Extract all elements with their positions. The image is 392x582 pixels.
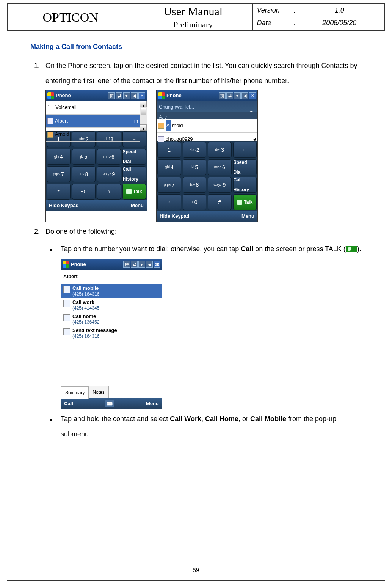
key-4[interactable]: ghi4 xyxy=(157,159,181,175)
contact-card-icon xyxy=(47,118,53,124)
key-speed-dial[interactable]: Speed Dial xyxy=(233,159,257,175)
key-6[interactable]: mno6 xyxy=(208,159,232,175)
softkey-menu[interactable]: Menu xyxy=(241,211,254,222)
wm-titlebar: Phone 拼 ⇄ ▾ ◀ ✕ xyxy=(46,90,147,101)
key-hash[interactable]: # xyxy=(97,184,121,200)
detail-send-text[interactable]: Send text message (425) 164316 xyxy=(61,326,162,340)
signal-icon: ▾ xyxy=(234,92,241,99)
contact-type: e xyxy=(253,134,256,144)
contact-card-icon xyxy=(158,136,164,142)
key-7[interactable]: pqrs7 xyxy=(157,177,181,193)
key-talk[interactable]: Talk xyxy=(122,184,146,200)
scroll-thumb[interactable] xyxy=(141,108,146,115)
key-0[interactable]: +0 xyxy=(72,184,96,200)
signal-icon: ▾ xyxy=(123,92,130,99)
match-prefix: A xyxy=(166,120,171,131)
key-call-history[interactable]: Call History xyxy=(233,177,257,193)
voicemail-speeddial: 1 xyxy=(47,102,50,113)
section-title: Making a Call from Contacts xyxy=(30,43,362,51)
contact-row-albert[interactable]: Albert m xyxy=(46,115,140,128)
key-6[interactable]: mno6 xyxy=(97,149,121,165)
detail-call-work[interactable]: Call work (425) 414345 xyxy=(61,298,162,312)
detail-call-home[interactable]: Call home (425) 136452 xyxy=(61,312,162,326)
tab-summary[interactable]: Summary xyxy=(61,386,89,399)
app-title: Phone xyxy=(166,90,182,101)
detail-number: (425) 136452 xyxy=(72,319,99,325)
key-talk[interactable]: Talk xyxy=(233,194,257,210)
sip-icon[interactable]: 拼 xyxy=(219,92,226,99)
voicemail-label: Voicemail xyxy=(55,102,77,113)
contact-name-rest: rnold xyxy=(172,120,183,131)
key-4[interactable]: ghi4 xyxy=(47,149,71,165)
ok-button[interactable]: ok xyxy=(154,261,160,268)
bullet-1-text-b: on the screen or press TALK ( xyxy=(253,245,345,253)
contact-list: 1 Voicemail Albert m xyxy=(46,101,140,131)
version-label: Version xyxy=(257,6,291,14)
dial-keypad: 1 abc2 def3 ← ghi4 jkl5 mno6 Speed Dial … xyxy=(157,141,257,211)
key-star[interactable]: * xyxy=(157,194,181,210)
key-call-history[interactable]: Call History xyxy=(122,166,146,182)
sip-toggle-icon[interactable]: ⌨ xyxy=(105,400,114,407)
bullet-tap-hold: Tap and hold the contact and select Call… xyxy=(45,412,362,442)
phone-icon xyxy=(126,189,132,194)
contact-row-chougg[interactable]: chougg0929 e xyxy=(157,133,257,146)
close-icon[interactable]: ✕ xyxy=(249,92,256,99)
detail-label: Call home xyxy=(72,313,99,319)
colon: : xyxy=(291,6,298,14)
key-9[interactable]: wxyz9 xyxy=(97,166,121,182)
volume-icon[interactable]: ◀ xyxy=(241,92,248,99)
softkey-hide-keypad[interactable]: Hide Keypad xyxy=(160,211,190,222)
key-5[interactable]: jkl5 xyxy=(72,149,96,165)
sync-icon[interactable]: ⇄ xyxy=(226,92,233,99)
sip-icon[interactable]: 拼 xyxy=(123,261,130,268)
key-hash[interactable]: # xyxy=(208,194,232,210)
softkey-call[interactable]: Call xyxy=(64,398,73,409)
key-8[interactable]: tuv8 xyxy=(183,177,207,193)
start-icon[interactable] xyxy=(47,92,54,99)
brand: OPTICON xyxy=(8,4,133,30)
step-2: Do one of the following: Tap on the numb… xyxy=(42,224,362,442)
contact-row-arnold[interactable]: Arnold xyxy=(46,128,140,142)
voicemail-row[interactable]: 1 Voicemail xyxy=(46,101,140,115)
detail-label: Send text message xyxy=(72,327,117,333)
volume-icon[interactable]: ◀ xyxy=(131,92,138,99)
wm-titlebar: Phone 拼 ⇄ ▾ ◀ ✕ xyxy=(157,90,257,101)
scroll-down-icon[interactable]: ▾ xyxy=(140,124,147,131)
phone-icon xyxy=(237,200,242,205)
key-speed-dial[interactable]: Speed Dial xyxy=(122,149,146,165)
scroll-up-icon[interactable]: ▴ xyxy=(140,101,147,107)
key-5[interactable]: jkl5 xyxy=(183,159,207,175)
key-8[interactable]: tuv8 xyxy=(72,166,96,182)
detail-number: (425) 414345 xyxy=(72,305,99,311)
doc-header: OPTICON User Manual Preliminary Version … xyxy=(7,4,385,31)
call-work: Call Work xyxy=(170,415,201,423)
filter-hint: A, c xyxy=(157,112,257,119)
tab-notes[interactable]: Notes xyxy=(88,386,108,398)
doc-subtitle: Preliminary xyxy=(133,19,252,30)
start-icon[interactable] xyxy=(63,261,69,268)
softkey-hide-keypad[interactable]: Hide Keypad xyxy=(49,200,79,211)
softkey-menu[interactable]: Menu xyxy=(131,200,144,211)
signal-icon: ▾ xyxy=(138,261,145,268)
status-icons: 拼 ⇄ ▾ ◀ ✕ xyxy=(108,92,145,99)
or: , or xyxy=(238,415,250,423)
key-star[interactable]: * xyxy=(47,184,71,200)
contact-row-arnold[interactable]: Arnold xyxy=(157,119,257,133)
start-icon[interactable] xyxy=(158,92,165,99)
close-icon[interactable]: ✕ xyxy=(138,92,145,99)
key-9[interactable]: wxyz9 xyxy=(208,177,232,193)
contact-sim-icon xyxy=(158,123,164,129)
key-0[interactable]: +0 xyxy=(183,194,207,210)
softkey-menu[interactable]: Menu xyxy=(146,398,159,409)
sync-icon[interactable]: ⇄ xyxy=(131,261,138,268)
sip-icon[interactable]: 拼 xyxy=(108,92,115,99)
contact-type: m xyxy=(134,116,138,126)
detail-call-mobile[interactable]: Call mobile (425) 164316 xyxy=(61,284,162,298)
key-7[interactable]: pqrs7 xyxy=(47,166,71,182)
scrollbar[interactable]: ▴ ▾ xyxy=(140,101,147,131)
detail-blank xyxy=(61,340,162,386)
sync-icon[interactable]: ⇄ xyxy=(116,92,122,99)
detail-tabs: Summary Notes xyxy=(61,386,162,398)
talk-button-icon xyxy=(346,246,357,252)
volume-icon[interactable]: ◀ xyxy=(146,261,153,268)
